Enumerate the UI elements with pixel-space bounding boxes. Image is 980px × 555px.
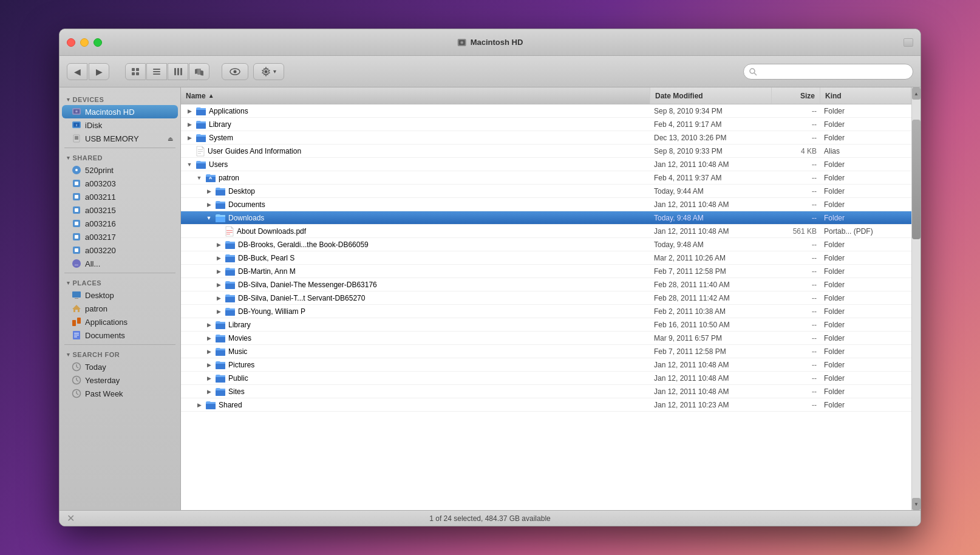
- action-button[interactable]: ▾: [253, 63, 284, 80]
- svg-point-19: [265, 70, 268, 73]
- svg-rect-69: [226, 230, 233, 231]
- col-header-size[interactable]: Size: [772, 87, 820, 104]
- expand-arrow[interactable]: ▼: [205, 214, 213, 222]
- close-button[interactable]: [67, 38, 75, 47]
- expand-arrow[interactable]: ▶: [205, 321, 213, 329]
- folder-icon: [225, 267, 236, 276]
- file-row[interactable]: ▶ DB-Brooks, Geraldi...the Book-DB66059 …: [181, 238, 911, 251]
- svg-rect-38: [75, 208, 78, 212]
- expand-arrow[interactable]: ▶: [205, 188, 213, 195]
- sidebar: ▾ DEVICES Macintosh HD: [60, 87, 181, 510]
- sidebar-item-a003216[interactable]: a003216: [60, 217, 180, 230]
- scrollbar-up-arrow[interactable]: ▲: [912, 87, 920, 100]
- file-row[interactable]: ▶ Shared Jan 12, 2011 10:23 AM -- Folder: [181, 398, 911, 412]
- sidebar-item-a003217[interactable]: a003217: [60, 230, 180, 243]
- svg-rect-12: [177, 68, 179, 75]
- file-row[interactable]: ▶ Library Feb 16, 2011 10:50 AM -- Folde…: [181, 318, 911, 332]
- file-row[interactable]: ▶ Movies Mar 9, 2011 6:57 PM -- Folder: [181, 332, 911, 345]
- sidebar-item-all[interactable]: ... All...: [60, 257, 180, 270]
- sidebar-item-yesterday[interactable]: Yesterday: [60, 373, 180, 387]
- col-header-date[interactable]: Date Modified: [650, 87, 772, 104]
- sidebar-item-patron[interactable]: patron: [60, 302, 180, 315]
- sidebar-item-a003211[interactable]: a003211: [60, 190, 180, 203]
- file-row[interactable]: ▼ Users Jan 12, 2011 10:48 AM -- Folder: [181, 158, 911, 171]
- file-row[interactable]: ▶ DB-Martin, Ann M Feb 7, 2011 12:58 PM …: [181, 265, 911, 278]
- sidebar-item-past-week[interactable]: Past Week: [60, 387, 180, 400]
- sidebar-item-usb-memory[interactable]: USB MEMORY ⏏: [60, 132, 180, 145]
- search-bar[interactable]: [743, 64, 913, 80]
- expand-arrow[interactable]: ▶: [186, 121, 193, 128]
- expand-arrow[interactable]: ▶: [205, 348, 213, 355]
- pdf-icon: [225, 226, 234, 237]
- file-row[interactable]: ▶ Public Jan 12, 2011 10:48 AM -- Folder: [181, 372, 911, 385]
- file-row[interactable]: ▶ Pictures Jan 12, 2011 10:48 AM -- Fold…: [181, 358, 911, 372]
- expand-arrow[interactable]: ▶: [215, 254, 222, 262]
- file-row-downloads[interactable]: ▼ Downloads Today, 9:48 AM -- Folder: [181, 211, 911, 225]
- expand-arrow[interactable]: ▶: [205, 361, 213, 369]
- file-row[interactable]: ▶ About Downloads.pdf Jan 12, 2011 10:48…: [181, 225, 911, 238]
- minimize-button[interactable]: [80, 38, 89, 47]
- expand-arrow[interactable]: ▶: [205, 201, 213, 208]
- sidebar-item-applications[interactable]: Applications: [60, 315, 180, 329]
- expand-arrow[interactable]: ▶: [215, 295, 222, 302]
- expand-arrow[interactable]: ▼: [186, 161, 193, 168]
- back-button[interactable]: ◀: [67, 63, 87, 80]
- file-row[interactable]: ▶ DB-Silva, Daniel-T...t Servant-DB65270…: [181, 291, 911, 305]
- file-row[interactable]: ▶ DB-Young, William P Feb 2, 2011 10:38 …: [181, 305, 911, 318]
- sidebar-item-idisk[interactable]: i iDisk: [60, 118, 180, 132]
- expand-arrow[interactable]: ▶: [186, 107, 193, 115]
- expand-arrow[interactable]: ▶: [215, 308, 222, 315]
- file-row[interactable]: ▶ User Guides And Information Sep 8, 201…: [181, 145, 911, 158]
- sidebar-item-a003220[interactable]: a003220: [60, 243, 180, 257]
- search-input[interactable]: [757, 67, 908, 76]
- file-row[interactable]: ▶ Music Feb 7, 2011 12:58 PM -- Folder: [181, 345, 911, 358]
- expand-arrow[interactable]: ▶: [215, 241, 222, 248]
- scrollbar-thumb[interactable]: [912, 120, 920, 239]
- expand-arrow[interactable]: ▶: [205, 388, 213, 395]
- file-row[interactable]: ▶ Library Feb 4, 2011 9:17 AM -- Folder: [181, 118, 911, 131]
- expand-arrow[interactable]: ▶: [215, 281, 222, 288]
- sidebar-item-desktop[interactable]: Desktop: [60, 288, 180, 302]
- file-row[interactable]: ▶ System Dec 13, 2010 3:26 PM -- Folder: [181, 131, 911, 145]
- list-view-button[interactable]: [146, 63, 167, 80]
- file-row[interactable]: ▶ Documents Jan 12, 2011 10:48 AM -- Fol…: [181, 198, 911, 211]
- status-close-icon[interactable]: ✕: [67, 512, 75, 524]
- sidebar-item-today[interactable]: Today: [60, 360, 180, 373]
- titlebar: Macintosh HD: [60, 29, 920, 56]
- sidebar-item-macintosh-hd[interactable]: Macintosh HD: [62, 105, 178, 118]
- file-row[interactable]: ▶ Applications Sep 8, 2010 9:34 PM -- Fo…: [181, 104, 911, 118]
- file-row[interactable]: ▶ Sites Jan 12, 2011 10:48 AM -- Folder: [181, 385, 911, 398]
- scrollbar-track[interactable]: ▲ ▼: [911, 87, 920, 510]
- file-row[interactable]: ▶ DB-Buck, Pearl S Mar 2, 2011 10:26 AM …: [181, 251, 911, 265]
- col-header-kind[interactable]: Kind: [820, 87, 911, 104]
- scrollbar-down-arrow[interactable]: ▼: [912, 498, 920, 510]
- expand-arrow[interactable]: ▶: [186, 134, 193, 141]
- sidebar-label-usb: USB MEMORY: [85, 134, 139, 143]
- usb-eject-icon[interactable]: ⏏: [168, 135, 173, 142]
- sidebar-item-520print[interactable]: 520print: [60, 163, 180, 177]
- expand-arrow[interactable]: ▼: [196, 174, 203, 182]
- svg-rect-71: [226, 234, 230, 234]
- file-row[interactable]: ▶ Desktop Today, 9:44 AM -- Folder: [181, 185, 911, 198]
- maximize-button[interactable]: [94, 38, 102, 47]
- expand-arrow[interactable]: ▶: [205, 375, 213, 382]
- svg-text:...: ...: [75, 262, 78, 266]
- forward-button[interactable]: ▶: [89, 63, 109, 80]
- sidebar-item-a003203[interactable]: a003203: [60, 177, 180, 190]
- resize-button[interactable]: [903, 38, 913, 47]
- sidebar-item-documents[interactable]: Documents: [60, 329, 180, 342]
- expand-arrow[interactable]: ▶: [215, 268, 222, 275]
- expand-arrow[interactable]: ▶: [196, 401, 203, 409]
- file-row[interactable]: ▶ DB-Silva, Daniel-The Messenger-DB63176…: [181, 278, 911, 291]
- folder-icon: [196, 106, 206, 116]
- quick-look-button[interactable]: [222, 63, 248, 80]
- expand-arrow[interactable]: ▶: [205, 335, 213, 342]
- file-row[interactable]: ▼ patron Feb 4, 2011 9:37 AM -- Folder: [181, 171, 911, 185]
- sidebar-item-a003215[interactable]: a003215: [60, 203, 180, 217]
- col-header-name[interactable]: Name ▲: [181, 87, 650, 104]
- icon-view-button[interactable]: [125, 63, 146, 80]
- svg-rect-16: [200, 70, 203, 75]
- gear-icon: [261, 67, 271, 77]
- cover-view-button[interactable]: [189, 63, 209, 80]
- column-view-button[interactable]: [168, 63, 188, 80]
